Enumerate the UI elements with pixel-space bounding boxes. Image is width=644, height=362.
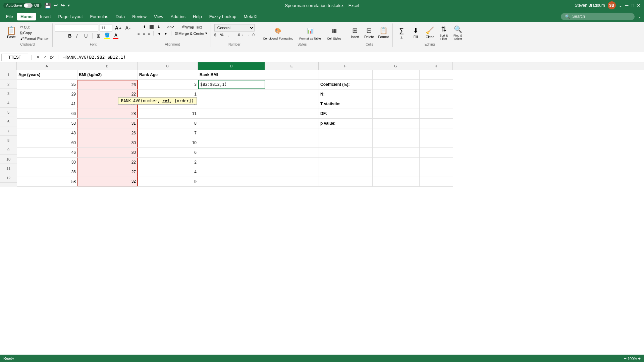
decrease-font-button[interactable]: A- [124,24,132,31]
cell-B9[interactable]: 30 [77,148,138,157]
undo-icon[interactable]: ↩ [54,2,58,8]
number-format-dropdown[interactable]: General Number Currency Percentage [214,24,255,32]
cell-G7[interactable] [373,128,420,138]
sort-filter-button[interactable]: ⇅ Sort &Filter [437,24,450,41]
cell-C11[interactable]: 4 [138,167,198,177]
cell-A6[interactable]: 53 [17,119,77,128]
menu-item-fuzzy-lookup[interactable]: Fuzzy Lookup [206,13,240,20]
menu-item-data[interactable]: Data [112,13,128,20]
cell-F11[interactable] [319,167,373,177]
cell-E10[interactable] [265,158,319,167]
cell-G12[interactable] [373,177,420,186]
cell-H3[interactable] [420,89,453,99]
increase-decimal-button[interactable]: .0→ [236,32,245,38]
increase-font-button[interactable]: A+ [114,24,123,31]
name-box[interactable] [1,54,28,61]
cell-B12[interactable]: 32 [77,177,138,186]
middle-align-button[interactable]: ⬛ [148,24,155,30]
cell-D8[interactable] [198,138,265,147]
orientation-button[interactable]: ab↗ [166,24,176,30]
menu-item-page-layout[interactable]: Page Layout [55,13,86,20]
cell-A3[interactable]: 29 [17,89,77,99]
align-right-button[interactable]: ≡ [147,31,151,36]
cell-A4[interactable]: 41 [17,99,77,109]
menu-item-review[interactable]: Review [129,13,150,20]
cell-D10[interactable] [198,158,265,167]
align-center-button[interactable]: ≡ [142,31,146,36]
cell-B6[interactable]: 31 [77,119,138,128]
cell-E4[interactable] [265,99,319,109]
cell-D3[interactable] [198,89,265,99]
cell-H8[interactable] [420,138,453,147]
cell-C6[interactable]: 8 [138,119,198,128]
cell-G3[interactable] [373,89,420,99]
cell-D5[interactable] [198,109,265,118]
indent-decrease-button[interactable]: ◄ [156,31,162,36]
fill-color-button[interactable]: 🪣 [103,32,111,39]
accounting-format-button[interactable]: $ [213,32,218,38]
ribbon-display-options[interactable]: ⌄ [619,3,623,8]
col-header-G[interactable]: G [372,62,419,70]
cell-E1[interactable] [265,70,319,79]
cell-F12[interactable] [319,177,373,186]
merge-center-button[interactable]: ⊡ Merge & Center ▾ [173,31,209,36]
cell-C2[interactable]: 3 [138,80,198,89]
cell-D1[interactable]: Rank BMI [198,70,265,79]
autosave-pill[interactable] [24,3,33,8]
bottom-align-button[interactable]: ⬇ [156,24,162,30]
cell-G1[interactable] [373,70,420,79]
cell-G5[interactable] [373,109,420,118]
row-header-9[interactable]: 9 [0,145,17,155]
clear-button[interactable]: 🧹 Clear [423,26,436,40]
cell-H11[interactable] [420,167,453,177]
cell-H6[interactable] [420,119,453,128]
cell-F2[interactable]: Coefficient (rs): [319,80,373,89]
italic-button[interactable]: I [75,33,82,39]
cell-H4[interactable] [420,99,453,109]
cell-A10[interactable]: 30 [17,158,77,167]
confirm-formula-button[interactable]: ✓ [42,54,48,60]
col-header-F[interactable]: F [319,62,372,70]
top-align-button[interactable]: ⬆ [142,24,147,30]
menu-item-insert[interactable]: Insert [37,13,54,20]
align-left-button[interactable]: ≡ [136,31,141,36]
font-size-input[interactable] [100,24,112,32]
cell-B8[interactable]: 30 [77,138,138,147]
cell-F9[interactable] [319,148,373,157]
formula-input[interactable] [61,54,643,60]
delete-button[interactable]: ⊟ Delete [362,26,376,40]
cell-F4[interactable]: T statistic: [319,99,373,109]
cell-G4[interactable] [373,99,420,109]
cell-B10[interactable]: 22 [77,158,138,167]
col-header-B[interactable]: B [77,62,138,70]
row-header-4[interactable]: 4 [0,98,17,108]
row-header-2[interactable]: 2 [0,79,17,89]
merge-center-dropdown-icon[interactable]: ▾ [205,31,207,36]
underline-button[interactable]: U [83,33,90,39]
insert-function-button[interactable]: fx [49,54,55,60]
cell-H2[interactable] [420,80,453,89]
menu-item-formulas[interactable]: Formulas [87,13,112,20]
cell-C8[interactable]: 10 [138,138,198,147]
cell-G2[interactable] [373,80,420,89]
cell-F5[interactable]: DF: [319,109,373,118]
autosum-button[interactable]: ∑ ∑ [395,26,408,40]
cancel-formula-button[interactable]: ✕ [35,54,41,60]
cell-F1[interactable] [319,70,373,79]
redo-icon[interactable]: ↪ [61,2,65,8]
cell-B2[interactable]: 26 [77,80,138,89]
cell-C7[interactable]: 7 [138,128,198,138]
paste-button[interactable]: 📋 Paste [5,26,18,40]
cut-button[interactable]: ✂ Cut [19,24,50,30]
cell-C12[interactable]: 9 [138,177,198,186]
comma-button[interactable]: , [226,32,230,38]
cell-E5[interactable] [265,109,319,118]
cell-D9[interactable] [198,148,265,157]
cell-A9[interactable]: 46 [17,148,77,157]
cell-B11[interactable]: 27 [77,167,138,177]
col-header-H[interactable]: H [419,62,453,70]
cell-A12[interactable]: 58 [17,177,77,186]
row-header-12[interactable]: 12 [0,173,17,183]
row-header-8[interactable]: 8 [0,136,17,145]
col-header-A[interactable]: A [17,62,77,70]
